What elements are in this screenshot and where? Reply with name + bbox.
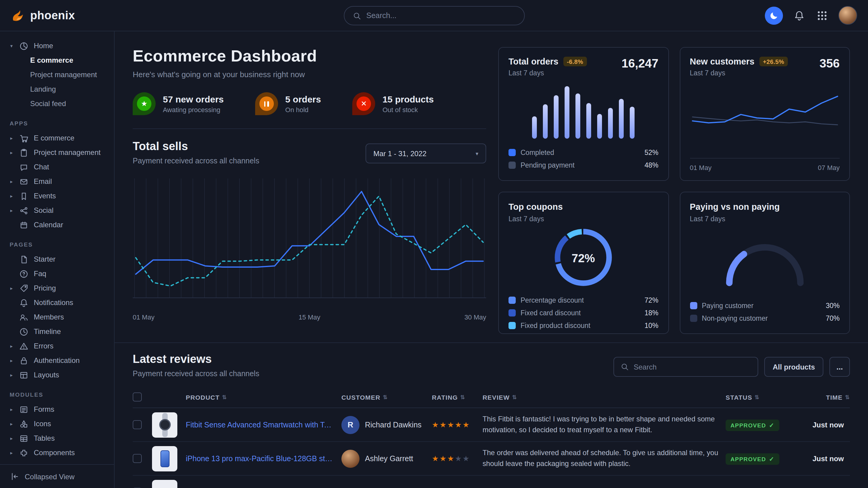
card-period: Last 7 days (508, 215, 563, 223)
orders-legend: Completed52%Pending payment48% (508, 146, 658, 171)
sidebar-item-timeline[interactable]: Timeline (8, 324, 109, 339)
sidebar-item-label: E commerce (34, 134, 74, 142)
sidebar-section-title-modules: MODULES (10, 391, 109, 398)
sidebar-item-label: Chat (34, 163, 49, 171)
card-title: Paying vs non paying (690, 202, 780, 212)
sidebar-item-events[interactable]: ▸Events (8, 189, 109, 203)
sidebar-item-e-commerce[interactable]: E commerce (8, 53, 109, 67)
total-sells-subtitle: Payment received across all channels (133, 157, 259, 165)
theme-toggle-button[interactable] (765, 6, 783, 24)
chevron-right-icon: ▸ (8, 135, 14, 141)
customer-name: Ashley Garrett (365, 454, 413, 463)
sidebar-item-social-feed[interactable]: Social feed (8, 96, 109, 111)
apps-menu-button[interactable] (815, 9, 829, 22)
sort-icon: ⇅ (845, 394, 850, 400)
sidebar-item-social[interactable]: ▸Social (8, 203, 109, 218)
gauge-track (729, 247, 801, 283)
sidebar-item-e-commerce[interactable]: ▸E commerce (8, 131, 109, 145)
sidebar-item-label: Faq (34, 269, 46, 278)
chevron-right-icon: ▸ (8, 372, 14, 378)
column-header-product[interactable]: PRODUCT⇅ (186, 393, 341, 400)
navbar-actions (765, 6, 857, 25)
legend-swatch (690, 314, 697, 322)
sidebar-item-home[interactable]: ▾ Home (8, 39, 109, 53)
chevron-right-icon: ▸ (8, 179, 14, 184)
x-tick: 30 May (464, 314, 486, 321)
sidebar-item-chat[interactable]: Chat (8, 160, 109, 174)
sidebar-item-email[interactable]: ▸Email (8, 174, 109, 189)
total-orders-value: 16,247 (622, 57, 658, 70)
sidebar-item-pricing[interactable]: ▸Pricing (8, 281, 109, 295)
notifications-button[interactable] (793, 9, 806, 22)
reviews-subtitle: Payment received across all channels (133, 369, 259, 378)
sidebar-item-project-management[interactable]: Project management (8, 67, 109, 82)
column-header-customer[interactable]: CUSTOMER⇅ (341, 393, 432, 400)
stats-row: ★57 new ordersAwating processing5 orders… (133, 92, 486, 115)
sidebar-section-title-pages: PAGES (10, 241, 109, 248)
global-search-input[interactable] (366, 11, 516, 20)
divider (133, 128, 486, 129)
product-link[interactable]: iPhone 13 pro max-Pacific Blue-128GB sto… (186, 454, 335, 463)
sidebar-item-landing[interactable]: Landing (8, 82, 109, 96)
user-avatar[interactable] (838, 6, 857, 25)
card-title: New customers (690, 57, 754, 66)
sidebar-item-faq[interactable]: Faq (8, 266, 109, 281)
sidebar-item-starter[interactable]: Starter (8, 252, 109, 266)
column-header-review[interactable]: REVIEW⇅ (483, 393, 726, 400)
chat-icon (19, 162, 28, 171)
kpi-cards: Total orders -6.8% Last 7 days 16,247 Co… (498, 47, 850, 334)
chevron-down-icon: ▾ (8, 43, 14, 48)
sidebar-item-icons[interactable]: ▸Icons (8, 417, 109, 431)
date-range-select[interactable]: Mar 1 - 31, 2022 ▾ (366, 143, 486, 163)
select-all-checkbox[interactable] (133, 392, 142, 401)
rating-stars: ★★★★★ (432, 454, 483, 463)
customer-avatar: R (341, 416, 360, 434)
sidebar-item-notifications[interactable]: Notifications (8, 295, 109, 310)
review-time: Just now (799, 421, 850, 429)
column-header-rating[interactable]: RATING⇅ (432, 393, 483, 400)
puzzle-icon (19, 448, 28, 457)
bell-icon (794, 10, 805, 21)
product-thumbnail-phone (152, 446, 177, 471)
sidebar-item-forms[interactable]: ▸Forms (8, 402, 109, 417)
sidebar-item-components[interactable]: ▸Components (8, 446, 109, 460)
column-header-time[interactable]: TIME⇅ (799, 393, 850, 400)
x-axis-labels: 01 May 15 May 30 May (133, 314, 486, 321)
customer-name: Richard Dawkins (365, 421, 422, 429)
reviews-search[interactable] (614, 357, 758, 377)
sidebar-item-members[interactable]: Members (8, 310, 109, 324)
sort-icon: ⇅ (222, 394, 227, 400)
stat-bubble-star-icon: ★ (133, 92, 156, 115)
sidebar-item-project-management[interactable]: ▸Project management (8, 145, 109, 160)
column-header-status[interactable]: STATUS⇅ (726, 393, 799, 400)
sidebar-item-calendar[interactable]: Calendar (8, 218, 109, 232)
status-badge: APPROVED✓ (726, 453, 779, 464)
product-link[interactable]: Fitbit Sense Advanced Smartwatch with To… (186, 421, 335, 429)
legend-fixed-product-discount: Fixed product discount10% (508, 319, 658, 331)
stat-caption: Out of stock (382, 106, 434, 113)
card-total-orders: Total orders -6.8% Last 7 days 16,247 Co… (498, 47, 669, 181)
sidebar-item-label: Notifications (34, 298, 73, 307)
sort-icon: ⇅ (383, 394, 388, 400)
sidebar-item-tables[interactable]: ▸Tables (8, 431, 109, 446)
table-body: Fitbit Sense Advanced Smartwatch with To… (133, 408, 850, 488)
global-search[interactable] (343, 6, 525, 25)
stat-bubble-x-icon: ✕ (352, 92, 375, 115)
collapse-view-toggle[interactable]: Collapsed View (0, 464, 114, 488)
all-products-filter-button[interactable]: All products (764, 357, 824, 377)
sidebar-item-label: Starter (34, 255, 56, 263)
legend-label: Pending payment (521, 161, 575, 168)
sidebar-item-label: Forms (34, 405, 54, 414)
row-checkbox[interactable] (133, 420, 142, 429)
sidebar-item-authentication[interactable]: ▸Authentication (8, 353, 109, 368)
stat-new-orders: ★57 new ordersAwating processing (133, 92, 224, 115)
brand-logo[interactable]: phoenix (11, 8, 75, 23)
bookmark-icon (19, 191, 28, 200)
more-options-button[interactable]: ... (829, 357, 850, 377)
reviews-search-input[interactable] (634, 363, 751, 371)
sidebar-item-errors[interactable]: ▸Errors (8, 339, 109, 353)
sidebar-item-layouts[interactable]: ▸Layouts (8, 368, 109, 382)
table-row: Fitbit Sense Advanced Smartwatch with To… (133, 408, 850, 442)
row-checkbox[interactable] (133, 454, 142, 463)
star-icon: ★ (455, 421, 462, 429)
